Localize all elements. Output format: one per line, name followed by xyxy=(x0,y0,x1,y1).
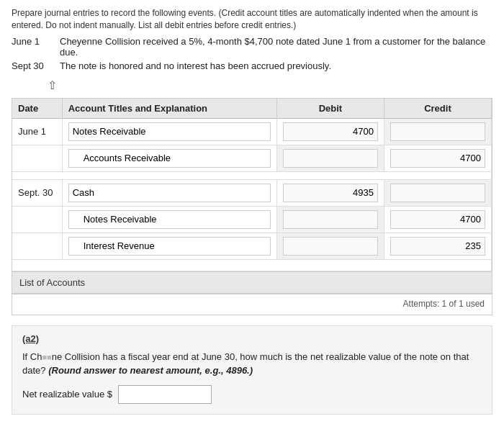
cell-debit-1[interactable] xyxy=(276,118,384,145)
credit-input-2[interactable] xyxy=(390,149,485,168)
cell-account-4[interactable] xyxy=(62,206,276,233)
table-row: Sept. 30 xyxy=(12,179,492,206)
table-header-row: Date Account Titles and Explanation Debi… xyxy=(12,99,492,119)
account-input-3[interactable] xyxy=(68,184,271,202)
list-of-accounts[interactable]: List of Accounts xyxy=(12,271,492,294)
cell-credit-4[interactable] xyxy=(384,206,491,233)
debit-input-3[interactable] xyxy=(283,184,378,202)
header-account: Account Titles and Explanation xyxy=(62,99,276,119)
page-wrapper: Prepare journal entries to record the fo… xyxy=(0,0,504,424)
journal-table-container: Date Account Titles and Explanation Debi… xyxy=(12,98,492,294)
section-a2: (a2) If Ch■■ne Collision has a fiscal ye… xyxy=(12,325,492,415)
section-a2-label[interactable]: (a2) xyxy=(22,333,482,344)
table-row: June 1 xyxy=(12,118,492,145)
account-input-4[interactable] xyxy=(68,210,271,229)
event-row-june1: June 1 Cheyenne Collision received a 5%,… xyxy=(12,36,492,58)
header-credit: Credit xyxy=(384,99,491,119)
attempts-row: Attempts: 1 of 1 used xyxy=(12,294,492,315)
table-row xyxy=(12,206,492,233)
header-date: Date xyxy=(12,99,62,119)
cell-date-2 xyxy=(12,145,62,171)
cell-date-3: Sept. 30 xyxy=(12,179,62,206)
cell-debit-5[interactable] xyxy=(276,233,384,259)
account-input-5[interactable] xyxy=(68,237,271,256)
cell-credit-1[interactable] xyxy=(384,118,491,145)
events-list: June 1 Cheyenne Collision received a 5%,… xyxy=(12,36,492,71)
credit-input-3[interactable] xyxy=(390,184,485,202)
cell-date-5 xyxy=(12,233,62,259)
event-date-june1: June 1 xyxy=(12,36,51,58)
cell-date-1: June 1 xyxy=(12,118,62,145)
table-row xyxy=(12,233,492,259)
cursor-area: ⇧ xyxy=(48,78,492,92)
cell-credit-5[interactable] xyxy=(384,233,491,259)
account-input-1[interactable] xyxy=(68,122,271,141)
debit-input-1[interactable] xyxy=(283,122,378,141)
instruction-text: Prepare journal entries to record the fo… xyxy=(12,7,492,32)
question-bold: (Round answer to nearest amount, e.g., 4… xyxy=(48,365,253,376)
account-input-2[interactable] xyxy=(68,149,271,168)
net-realizable-input[interactable] xyxy=(118,385,212,404)
cell-debit-3[interactable] xyxy=(276,179,384,206)
credit-input-1[interactable] xyxy=(390,122,485,141)
spacer-row-1 xyxy=(12,171,492,179)
cell-account-2[interactable] xyxy=(62,145,276,171)
event-date-sept30: Sept 30 xyxy=(12,60,51,71)
debit-input-5[interactable] xyxy=(283,237,378,256)
question-text: If Ch■■ne Collision has a fiscal year en… xyxy=(22,350,482,378)
spacer-row-2 xyxy=(12,259,492,271)
cell-credit-2[interactable] xyxy=(384,145,491,171)
cell-account-1[interactable] xyxy=(62,118,276,145)
cell-debit-4[interactable] xyxy=(276,206,384,233)
journal-table: Date Account Titles and Explanation Debi… xyxy=(12,99,492,271)
cell-account-3[interactable] xyxy=(62,179,276,206)
credit-input-4[interactable] xyxy=(390,210,485,229)
cell-debit-2[interactable] xyxy=(276,145,384,171)
cell-account-5[interactable] xyxy=(62,233,276,259)
event-row-sept30: Sept 30 The note is honored and no inter… xyxy=(12,60,492,71)
event-desc-june1: Cheyenne Collision received a 5%, 4-mont… xyxy=(60,36,492,58)
attempts-text: Attempts: 1 of 1 used xyxy=(403,299,485,309)
header-debit: Debit xyxy=(276,99,384,119)
credit-input-5[interactable] xyxy=(390,237,485,256)
table-row xyxy=(12,145,492,171)
debit-input-2[interactable] xyxy=(283,149,378,168)
cell-credit-3[interactable] xyxy=(384,179,491,206)
event-desc-sept30: The note is honored and no interest has … xyxy=(60,60,492,71)
cell-date-4 xyxy=(12,206,62,233)
net-realizable-row: Net realizable value $ xyxy=(22,385,482,404)
net-realizable-label: Net realizable value $ xyxy=(22,389,112,400)
debit-input-4[interactable] xyxy=(283,210,378,229)
cursor-icon: ⇧ xyxy=(48,79,57,91)
